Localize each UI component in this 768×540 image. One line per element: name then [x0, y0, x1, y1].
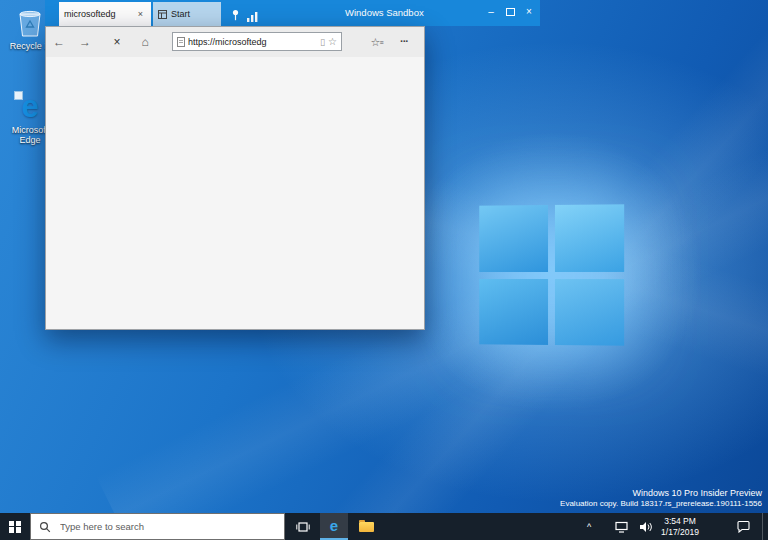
windows-logo-pane	[479, 205, 547, 272]
restore-button[interactable]	[503, 5, 517, 18]
signal-bars-icon	[247, 8, 259, 26]
tab-title: Start	[171, 9, 190, 19]
search-icon	[39, 521, 51, 533]
windows-logo-pane	[479, 278, 547, 345]
minimize-button[interactable]: –	[484, 5, 498, 18]
taskbar-clock[interactable]: 3:54 PM 1/17/2019	[654, 516, 706, 537]
action-center-button[interactable]	[732, 513, 754, 540]
stop-icon[interactable]: ×	[108, 27, 126, 57]
edge-tab-active[interactable]: microsoftedg ×	[59, 2, 151, 26]
browser-page-blank	[46, 57, 424, 329]
edge-browser-window: ← → × ⌂ https://microsoftedg ▯ ☆ ☆≡ ···	[45, 26, 425, 330]
more-icon[interactable]: ···	[394, 27, 414, 57]
task-view-button[interactable]	[290, 513, 316, 540]
edge-tab-start[interactable]: Start	[153, 2, 221, 26]
network-tray-button[interactable]	[612, 513, 630, 540]
restore-icon	[506, 8, 515, 16]
icon-overlay	[14, 91, 23, 100]
show-desktop-strip[interactable]	[762, 513, 768, 540]
address-bar[interactable]: https://microsoftedg ▯ ☆	[172, 32, 342, 51]
windows-logo	[479, 204, 624, 345]
tab-close-icon[interactable]: ×	[135, 9, 146, 19]
tab-title: microsoftedg	[64, 9, 135, 19]
back-icon[interactable]: ←	[50, 27, 68, 57]
task-view-icon	[296, 521, 310, 533]
start-icon	[9, 521, 21, 533]
clock-date: 1/17/2019	[654, 527, 706, 538]
windows-logo-pane	[554, 279, 624, 346]
address-url[interactable]: https://microsoftedg	[188, 37, 317, 47]
taskbar-search[interactable]	[30, 513, 285, 540]
favorite-star-icon[interactable]: ☆	[328, 36, 337, 47]
volume-icon	[639, 521, 652, 533]
page-icon	[177, 37, 185, 47]
edge-toolbar: ← → × ⌂ https://microsoftedg ▯ ☆ ☆≡ ···	[46, 27, 424, 58]
taskbar: e ^ 3:54 PM 1/17/2019	[0, 513, 768, 540]
watermark-line2: Evaluation copy. Build 18317.rs_prerelea…	[560, 499, 762, 509]
windows-logo-pane	[554, 204, 624, 271]
taskbar-edge-button[interactable]: e	[320, 513, 348, 540]
window-title: Windows Sandbox	[345, 7, 424, 18]
caption-buttons: – ×	[484, 5, 536, 18]
action-center-icon	[737, 520, 750, 533]
watermark-line1: Windows 10 Pro Insider Preview	[560, 488, 762, 499]
insider-watermark: Windows 10 Pro Insider Preview Evaluatio…	[560, 488, 762, 509]
search-input[interactable]	[58, 520, 262, 533]
start-button[interactable]	[0, 513, 30, 540]
home-icon[interactable]: ⌂	[136, 27, 154, 57]
file-explorer-icon	[359, 522, 374, 532]
edge-icon: e	[330, 514, 338, 538]
clock-time: 3:54 PM	[654, 516, 706, 527]
reading-view-icon[interactable]: ▯	[320, 37, 325, 47]
sandbox-titlebar: microsoftedg × Start Windows Sandbox – ×	[45, 0, 540, 26]
start-page-icon	[158, 10, 167, 19]
taskbar-file-explorer-button[interactable]	[352, 513, 380, 540]
tray-expand-button[interactable]: ^	[582, 513, 596, 540]
pin-icon[interactable]	[231, 7, 240, 25]
hub-icon[interactable]: ☆≡	[366, 27, 388, 57]
forward-icon[interactable]: →	[76, 27, 94, 57]
volume-tray-button[interactable]	[636, 513, 654, 540]
close-button[interactable]: ×	[522, 5, 536, 18]
network-icon	[615, 521, 628, 533]
hub-lines: ≡	[379, 39, 383, 46]
